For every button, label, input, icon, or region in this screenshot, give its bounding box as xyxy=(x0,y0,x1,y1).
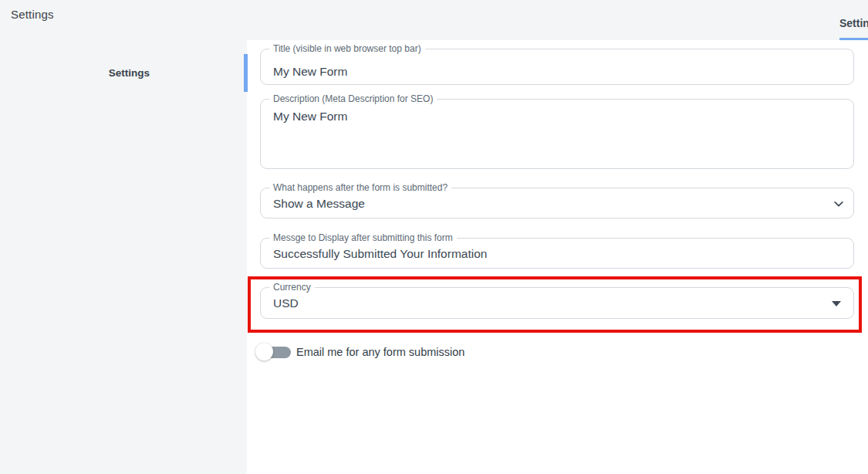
email-toggle-row: Email me for any form submission xyxy=(255,342,464,362)
after-submit-select[interactable]: What happens after the form is submitted… xyxy=(260,188,854,218)
after-submit-select-label: What happens after the form is submitted… xyxy=(269,182,451,193)
after-submit-select-value[interactable]: Show a Message xyxy=(273,197,365,211)
sidebar-active-indicator xyxy=(244,54,248,92)
email-toggle-switch[interactable] xyxy=(255,342,292,362)
success-message-field[interactable]: Messge to Display after submitting this … xyxy=(260,238,854,269)
currency-select[interactable]: Currency USD xyxy=(260,287,854,319)
description-field-label: Description (Meta Description for SEO) xyxy=(269,93,437,104)
page-title: Settings xyxy=(11,8,54,21)
success-message-field-value[interactable]: Successfully Submitted Your Information xyxy=(273,247,487,261)
currency-select-label: Currency xyxy=(269,282,315,293)
description-field[interactable]: Description (Meta Description for SEO) M… xyxy=(260,99,854,169)
success-message-field-label: Messge to Display after submitting this … xyxy=(269,232,457,243)
description-field-value[interactable]: My New Form xyxy=(273,110,347,124)
toggle-thumb[interactable] xyxy=(255,343,273,361)
title-field-value[interactable]: My New Form xyxy=(273,65,347,79)
chevron-down-icon[interactable] xyxy=(833,198,844,209)
dropdown-caret-icon[interactable] xyxy=(832,301,841,306)
currency-select-value[interactable]: USD xyxy=(273,296,299,310)
title-field-label: Title (visible in web browser top bar) xyxy=(269,43,425,54)
title-field[interactable]: Title (visible in web browser top bar) M… xyxy=(260,49,854,85)
email-toggle-label: Email me for any form submission xyxy=(296,346,464,358)
tab-settings[interactable]: Settings xyxy=(839,17,868,29)
sidebar-item-settings[interactable]: Settings xyxy=(62,67,197,79)
